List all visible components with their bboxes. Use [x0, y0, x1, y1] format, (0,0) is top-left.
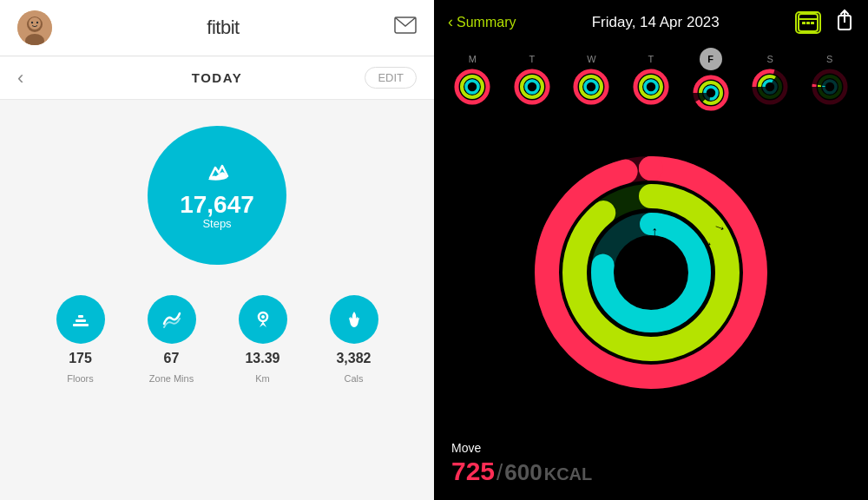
day-monday-ring — [453, 68, 491, 106]
day-sunday-ring — [811, 68, 849, 106]
back-button[interactable]: ‹ — [17, 67, 23, 89]
distance-icon — [239, 295, 287, 344]
day-friday-circle: F — [700, 48, 722, 70]
day-wednesday[interactable]: W — [572, 54, 610, 106]
distance-metric[interactable]: 13.39 Km — [239, 295, 287, 384]
calories-metric[interactable]: 3,382 Cals — [330, 295, 378, 384]
fitbit-logo: fitbit — [207, 16, 239, 39]
move-separator: / — [496, 459, 503, 486]
day-tuesday-ring — [513, 68, 551, 106]
steps-label: Steps — [202, 217, 231, 230]
summary-label: Summary — [457, 15, 516, 30]
svg-point-24 — [466, 81, 478, 93]
svg-rect-7 — [73, 324, 89, 326]
svg-point-63 — [639, 156, 663, 181]
svg-point-4 — [31, 22, 33, 23]
day-friday-ring — [692, 74, 730, 112]
fitbit-nav: ‹ TODAY EDIT — [0, 56, 434, 100]
svg-rect-9 — [78, 315, 83, 318]
steps-count: 17,647 — [180, 193, 254, 217]
svg-point-59 — [824, 81, 836, 93]
svg-rect-16 — [811, 22, 814, 24]
move-info: Move 725 / 600 KCAL — [434, 432, 868, 500]
move-label: Move — [451, 441, 851, 455]
day-friday[interactable]: F — [692, 48, 730, 112]
day-sunday-label: S — [826, 54, 832, 64]
fitbit-content: 17,647 Steps 175 Floors — [0, 100, 434, 500]
move-value-row: 725 / 600 KCAL — [451, 457, 851, 486]
mail-icon[interactable] — [394, 16, 417, 39]
steps-circle[interactable]: 17,647 Steps — [148, 126, 286, 265]
svg-rect-15 — [806, 22, 810, 24]
day-tuesday[interactable]: T — [513, 54, 551, 106]
header-icons — [795, 9, 854, 36]
day-sunday[interactable]: S — [811, 54, 849, 106]
day-monday-label: M — [469, 54, 477, 64]
floors-name: Floors — [67, 373, 94, 384]
svg-point-5 — [36, 22, 38, 23]
day-monday[interactable]: M — [453, 54, 491, 106]
avatar[interactable] — [17, 10, 52, 45]
main-rings-area: → → ↑ — [434, 112, 868, 432]
floors-metric[interactable]: 175 Floors — [56, 295, 105, 384]
day-saturday-label: S — [766, 54, 773, 64]
svg-point-36 — [585, 81, 597, 93]
apple-activity-panel: ‹ Summary Friday, 14 Apr 2023 — [434, 0, 868, 500]
zone-mins-value: 67 — [164, 351, 180, 366]
calories-value: 3,382 — [336, 351, 371, 366]
zone-mins-metric[interactable]: 67 Zone Mins — [148, 295, 196, 384]
day-saturday[interactable]: S — [751, 54, 789, 106]
day-wednesday-ring — [572, 68, 610, 106]
edit-button[interactable]: EDIT — [365, 67, 417, 89]
apple-activity-header: ‹ Summary Friday, 14 Apr 2023 — [434, 0, 868, 44]
day-wednesday-label: W — [587, 54, 595, 64]
svg-point-30 — [526, 81, 538, 93]
zone-mins-icon — [148, 295, 196, 344]
svg-point-3 — [29, 17, 41, 30]
day-saturday-ring — [751, 68, 789, 106]
svg-point-11 — [261, 315, 265, 319]
main-activity-rings: → → ↑ — [521, 151, 781, 394]
steps-icon — [203, 161, 231, 189]
svg-rect-14 — [802, 22, 806, 24]
calendar-icon[interactable] — [795, 11, 821, 34]
share-icon[interactable] — [835, 9, 854, 36]
move-goal: 600 — [504, 459, 542, 486]
chevron-left-icon: ‹ — [448, 13, 453, 31]
svg-text:↑: ↑ — [651, 224, 658, 239]
fitbit-panel: fitbit ‹ TODAY EDIT 17,647 Steps — [0, 0, 434, 500]
move-unit: KCAL — [544, 464, 593, 484]
metrics-row: 175 Floors 67 Zone Mins — [35, 295, 399, 384]
today-label: TODAY — [192, 70, 242, 85]
day-tuesday-label: T — [529, 54, 535, 64]
distance-name: Km — [255, 373, 270, 384]
day-thursday[interactable]: T — [632, 54, 670, 106]
day-thursday-label: T — [648, 54, 654, 64]
calories-icon — [330, 295, 378, 344]
weekly-rings: M T — [434, 44, 868, 121]
calories-name: Cals — [344, 373, 363, 384]
floors-icon — [56, 295, 105, 344]
floors-value: 175 — [69, 351, 92, 366]
summary-back-button[interactable]: ‹ Summary — [448, 13, 516, 31]
activity-date: Friday, 14 Apr 2023 — [592, 14, 720, 31]
day-friday-letter: F — [707, 54, 713, 64]
svg-point-42 — [645, 81, 657, 93]
move-current: 725 — [451, 457, 495, 486]
zone-mins-name: Zone Mins — [149, 373, 194, 384]
distance-value: 13.39 — [245, 351, 279, 366]
day-thursday-ring — [632, 68, 670, 106]
fitbit-header: fitbit — [0, 0, 434, 56]
svg-rect-8 — [76, 319, 86, 322]
